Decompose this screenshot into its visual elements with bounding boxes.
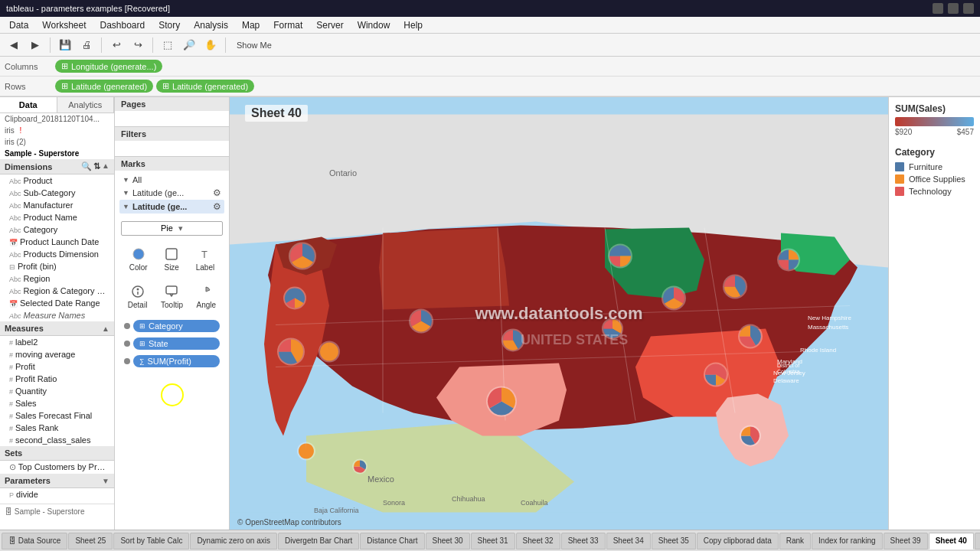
tab-sort-by-table-calc[interactable]: Sort by Table Calc [113, 533, 189, 549]
color-button[interactable]: Color [126, 243, 151, 275]
menu-worksheet[interactable]: Worksheet [36, 18, 92, 32]
menu-server[interactable]: Server [310, 18, 349, 32]
dim-region-category[interactable]: AbcRegion & Category (Co... [0, 285, 114, 297]
tab-data[interactable]: Data [0, 97, 57, 112]
tab-divergetn-bar[interactable]: Divergetn Bar Chart [278, 533, 359, 549]
dim-products-dimension[interactable]: AbcProducts Dimension [0, 248, 114, 260]
tooltip-button[interactable]: Tooltip [158, 281, 186, 312]
tab-rank[interactable]: Rank [779, 533, 811, 549]
angle-button[interactable]: Angle [194, 281, 220, 312]
sort-icon[interactable]: ⇅ [93, 161, 100, 171]
columns-pill-longitude[interactable]: ⊞ Longitude (generate...) [55, 60, 162, 73]
rows-pill-lat2[interactable]: ⊞ Latitude (generated) [156, 80, 254, 93]
data-source-link[interactable]: 🗄 Sample - Superstore [0, 504, 114, 519]
show-me-button[interactable]: Show Me [231, 36, 277, 54]
minimize-button[interactable] [933, 3, 943, 14]
tab-sheet-25[interactable]: Sheet 25 [68, 533, 113, 549]
meas-profit-ratio[interactable]: #Profit Ratio [0, 373, 114, 385]
dim-sub-category[interactable]: AbcSub-Category [0, 187, 114, 199]
collapse-parameters[interactable]: ▼ [102, 477, 109, 485]
dim-profit-bin[interactable]: ⊟Profit (bin) [0, 260, 114, 272]
tab-sheet-34[interactable]: Sheet 34 [606, 533, 651, 549]
menu-analysis[interactable]: Analysis [188, 18, 234, 32]
marks-profit-pill[interactable]: ∑ SUM(Profit) [133, 355, 220, 367]
dim-region[interactable]: AbcRegion [0, 272, 114, 285]
datasource-superstore[interactable]: Sample - Superstore [0, 148, 114, 159]
tab-analytics[interactable]: Analytics [57, 97, 115, 112]
marks-state-pill[interactable]: ⊞ State [133, 337, 220, 350]
meas-label2[interactable]: #label2 [0, 336, 114, 348]
menu-map[interactable]: Map [236, 18, 266, 32]
menu-data[interactable]: Data [3, 18, 34, 32]
tab-sheet-33[interactable]: Sheet 33 [561, 533, 606, 549]
dim-measure-names[interactable]: AbcMeasure Names [0, 309, 114, 321]
marks-all-row[interactable]: ▼ All [119, 174, 224, 186]
dim-product-launch-date[interactable]: 📅Product Launch Date [0, 236, 114, 248]
tab-sheet-32[interactable]: Sheet 32 [516, 533, 560, 549]
menu-window[interactable]: Window [351, 18, 397, 32]
select-tool[interactable]: ⬚ [158, 36, 177, 54]
meas-second-class[interactable]: #second_class_sales [0, 434, 114, 446]
dim-manufacturer[interactable]: AbcManufacturer [0, 199, 114, 211]
tab-data-source[interactable]: 🗄 Data Source [2, 533, 67, 549]
meas-profit[interactable]: #Profit [0, 360, 114, 373]
print-button[interactable]: 🖨 [77, 36, 96, 54]
tab-copy-clipboard[interactable]: Copy clipborad data [697, 533, 779, 549]
tab-sheet-31[interactable]: Sheet 31 [471, 533, 515, 549]
meas-sales[interactable]: #Sales [0, 397, 114, 409]
dim-product[interactable]: AbcProduct [0, 174, 114, 187]
close-button[interactable] [963, 3, 974, 14]
meas-moving-avg[interactable]: #moving average [0, 348, 114, 360]
tab-sheet-30[interactable]: Sheet 30 [426, 533, 470, 549]
tab-index-ranking[interactable]: Index for ranking [812, 533, 883, 549]
dim-selected-date[interactable]: 📅Selected Date Range [0, 297, 114, 309]
collapse-measures[interactable]: ▲ [102, 324, 109, 333]
datasource-clipboard[interactable]: Clipboard_20181120T104... [0, 113, 114, 125]
size-button[interactable]: Size [161, 243, 182, 275]
datasource-iris2[interactable]: iris (2) [0, 136, 114, 148]
redo-button[interactable]: ↪ [129, 36, 147, 54]
maximize-button[interactable] [948, 3, 959, 14]
menu-story[interactable]: Story [152, 18, 186, 32]
undo-button[interactable]: ↩ [107, 36, 126, 54]
marks-lat1-row[interactable]: ▼ Latitude (ge... ⚙ [119, 186, 224, 200]
tab-sheet-35[interactable]: Sheet 35 [652, 533, 696, 549]
dim-product-name[interactable]: AbcProduct Name [0, 211, 114, 223]
marks-lat2-row[interactable]: ▼ Latitude (ge... ⚙ [119, 200, 224, 214]
label-button[interactable]: T Label [193, 243, 217, 275]
svg-text:Rhode Island: Rhode Island [800, 347, 836, 354]
marks-lat2-options[interactable]: ⚙ [213, 201, 221, 212]
forward-button[interactable]: ▶ [26, 36, 44, 54]
menu-dashboard[interactable]: Dashboard [94, 18, 152, 32]
tab-new[interactable]: + [975, 533, 980, 549]
bottom-tabs: 🗄 Data Source Sheet 25 Sort by Table Cal… [0, 530, 980, 551]
collapse-dimensions[interactable]: ▲ [102, 161, 109, 171]
svg-text:Columbia: Columbia [777, 369, 800, 374]
tab-dynamic-zero[interactable]: Dynamic zero on axis [190, 533, 277, 549]
datasource-iris[interactable]: iris ! [0, 125, 114, 136]
legend-category-title: Category [895, 147, 974, 158]
meas-quantity[interactable]: #Quantity [0, 385, 114, 397]
menu-help[interactable]: Help [397, 18, 429, 32]
save-button[interactable]: 💾 [56, 36, 74, 54]
tab-sheet-40[interactable]: Sheet 40 [929, 533, 974, 549]
detail-button[interactable]: Detail [125, 281, 151, 312]
tab-distance-chart[interactable]: Distance Chart [360, 533, 424, 549]
map-area[interactable]: UNITED STATES Ontario Mexico Baja Califo… [230, 97, 888, 530]
meas-sales-rank[interactable]: #Sales Rank [0, 422, 114, 434]
tab-sheet-39[interactable]: Sheet 39 [884, 533, 928, 549]
back-button[interactable]: ◀ [5, 36, 23, 54]
param-divide[interactable]: P divide [0, 488, 114, 500]
marks-category-pill[interactable]: ⊞ Category [133, 320, 220, 332]
search-icon[interactable]: 🔍 [81, 161, 92, 171]
dim-category[interactable]: AbcCategory [0, 223, 114, 236]
rows-pill-lat1[interactable]: ⊞ Latitude (generated) [55, 80, 153, 93]
menu-format[interactable]: Format [267, 18, 309, 32]
set-top-customers[interactable]: ⊙ Top Customers by Profit [0, 461, 114, 474]
pan-tool[interactable]: ✋ [201, 36, 220, 54]
lasso-tool[interactable]: 🔎 [180, 36, 198, 54]
lat1-icon: ⊞ [61, 81, 68, 91]
marks-type-button[interactable]: Pie ▾ [121, 221, 223, 236]
meas-sales-forecast[interactable]: #Sales Forecast Final [0, 409, 114, 422]
marks-lat1-options[interactable]: ⚙ [213, 187, 221, 198]
